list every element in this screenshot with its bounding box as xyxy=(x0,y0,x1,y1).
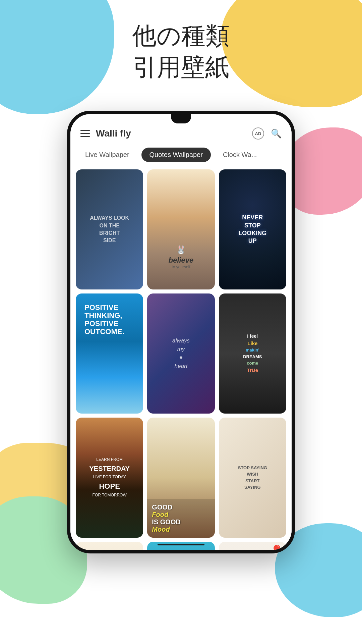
app-title: Walli fly xyxy=(96,128,131,139)
tab-quotes-wallpaper[interactable]: Quotes Wallpaper xyxy=(141,148,211,162)
wallpaper-card-positive[interactable]: POSITIVETHINKING,POSITIVEOUTCOME. xyxy=(76,293,143,414)
phone-bottom-bar xyxy=(158,544,204,545)
tabs-container: Live Wallpaper Quotes Wallpaper Clock Wa… xyxy=(70,145,292,166)
phone-notch xyxy=(171,114,191,123)
tab-clock-wallpaper[interactable]: Clock Wa... xyxy=(215,148,265,162)
japanese-heading: 他の種類 引用壁紙 xyxy=(0,20,362,83)
wallpaper-card-yesterday[interactable]: LEARN FROM YESTERDAY LIVE FOR TODAY HOPE… xyxy=(76,418,143,538)
wallpaper-card-always-look[interactable]: ALWAYS LOOKON THEBRIGHTSIDE xyxy=(76,169,143,289)
header-left: Walli fly xyxy=(80,128,131,139)
wallpaper-card-god-knew[interactable]: 🎈 GOD KNEWMY HEARTNEEDE... xyxy=(219,542,286,550)
ad-badge[interactable]: AD xyxy=(252,127,264,140)
search-icon[interactable]: 🔍 xyxy=(271,128,282,139)
wallpaper-card-never-stop[interactable]: NEVERSTOPLOOKINGUP xyxy=(219,169,286,289)
japanese-line2: 引用壁紙 xyxy=(0,52,362,83)
wallpaper-card-believe[interactable]: 🐰 believe to yourself xyxy=(147,169,215,289)
header-right: AD 🔍 xyxy=(252,127,282,140)
japanese-line1: 他の種類 xyxy=(0,20,362,52)
wallpaper-card-only-way[interactable]: THEONLYWAY TOFINISHIS TOSTART xyxy=(76,542,143,550)
wallpaper-card-always-heart[interactable]: alwaysmy♥heart xyxy=(147,293,215,414)
phone-mockup: Walli fly AD 🔍 Live Wallpaper Quotes Wal… xyxy=(67,111,295,580)
tab-live-wallpaper[interactable]: Live Wallpaper xyxy=(77,148,137,162)
hamburger-menu-icon[interactable] xyxy=(80,130,90,137)
wallpaper-card-stop-saying[interactable]: STOP SAYINGWISHSTARTSAYING xyxy=(219,418,286,538)
wallpaper-content: ALWAYS LOOKON THEBRIGHTSIDE 🐰 believe to… xyxy=(70,166,292,550)
wallpaper-card-dreams[interactable]: i feel Like makin' DREAMS come TrUe xyxy=(219,293,286,414)
wallpaper-card-good-food[interactable]: GOOD Food IS GOOD Mood xyxy=(147,418,215,538)
wallpaper-grid: ALWAYS LOOKON THEBRIGHTSIDE 🐰 believe to… xyxy=(76,169,286,550)
wallpaper-card-dream-it[interactable]: — if — YOU can DREAM — it —you xyxy=(147,542,215,550)
phone-frame: Walli fly AD 🔍 Live Wallpaper Quotes Wal… xyxy=(67,111,295,553)
